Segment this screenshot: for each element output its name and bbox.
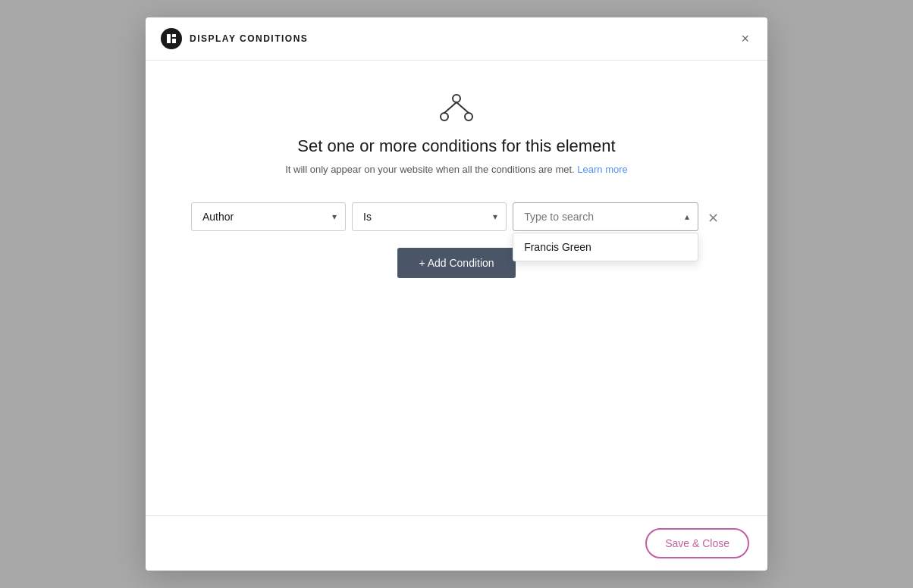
add-condition-button[interactable]: + Add Condition	[397, 248, 515, 278]
operator-select[interactable]: Is Is Not	[352, 202, 507, 231]
modal-header: DISPLAY CONDITIONS ×	[146, 17, 767, 61]
svg-point-5	[465, 113, 472, 120]
search-dropdown: Francis Green	[513, 233, 698, 261]
svg-rect-1	[172, 34, 176, 37]
modal-footer: Save & Close	[146, 515, 767, 571]
condition-row: Author Post Type Page User Role Date ▾ I…	[191, 202, 722, 233]
dropdown-item-francis-green[interactable]: Francis Green	[513, 233, 698, 261]
field-select-wrapper: Author Post Type Page User Role Date ▾	[191, 202, 346, 231]
modal-title: DISPLAY CONDITIONS	[190, 33, 308, 44]
modal-heading: Set one or more conditions for this elem…	[191, 136, 722, 156]
svg-point-3	[453, 95, 460, 102]
learn-more-link[interactable]: Learn more	[577, 164, 627, 175]
svg-rect-2	[172, 39, 176, 43]
elementor-icon	[161, 28, 182, 49]
modal-dialog: DISPLAY CONDITIONS × Set	[146, 17, 767, 571]
save-close-button[interactable]: Save & Close	[645, 528, 749, 558]
modal-subtext: It will only appear on your website when…	[191, 164, 722, 175]
remove-condition-button[interactable]: ✕	[704, 204, 722, 233]
svg-rect-0	[167, 34, 171, 43]
remove-icon: ✕	[707, 210, 719, 227]
svg-line-6	[444, 102, 456, 113]
search-field-wrapper: ▴ Francis Green	[513, 202, 698, 231]
operator-select-wrapper: Is Is Not ▾	[352, 202, 507, 231]
network-icon	[438, 91, 475, 124]
modal-body: Set one or more conditions for this elem…	[146, 61, 767, 515]
svg-point-4	[441, 113, 448, 120]
svg-line-7	[456, 102, 469, 113]
modal-overlay: DISPLAY CONDITIONS × Set	[0, 0, 913, 588]
search-input[interactable]	[513, 202, 698, 231]
modal-close-button[interactable]: ×	[738, 29, 752, 48]
field-select[interactable]: Author Post Type Page User Role Date	[191, 202, 346, 231]
network-icon-area	[191, 91, 722, 124]
